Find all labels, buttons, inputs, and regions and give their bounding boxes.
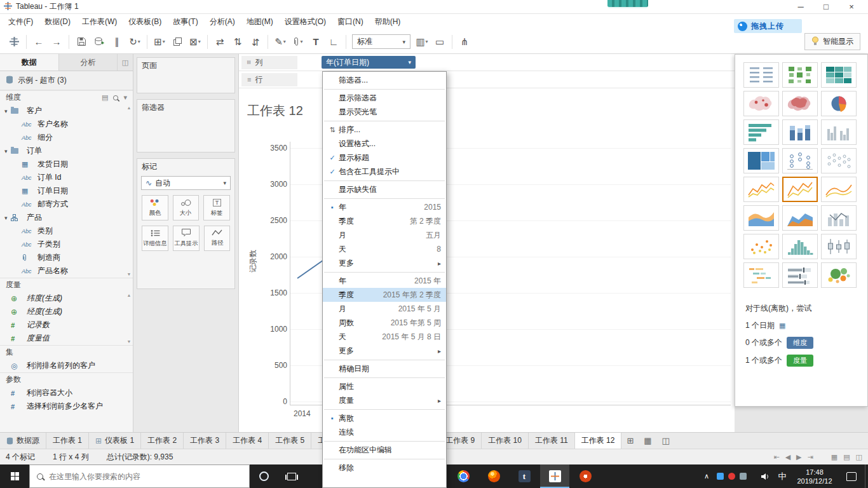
context-menu-item[interactable]: ✓显示标题 bbox=[323, 151, 446, 165]
dimension-field[interactable]: Abc客户名称 bbox=[0, 118, 133, 131]
showme-side-bar-thumb[interactable] bbox=[821, 119, 857, 145]
sheet-tab[interactable]: 工作表 2 bbox=[141, 433, 184, 449]
fit-mode-dropdown[interactable]: 标准 ▾ bbox=[352, 34, 410, 49]
dimension-field[interactable]: ▦发货日期 bbox=[0, 158, 133, 171]
tray-icon-blue[interactable] bbox=[717, 473, 724, 480]
menu-item[interactable]: 设置格式(O) bbox=[279, 14, 332, 30]
cortana-button[interactable] bbox=[250, 464, 278, 488]
marks-tooltip-button[interactable]: 工具提示 bbox=[173, 226, 200, 251]
show-hide-cards-button[interactable]: ▥▾ bbox=[414, 34, 430, 50]
columns-shelf[interactable]: ≡ 列 年(订单日期) ▾ bbox=[239, 54, 735, 71]
showme-box-plot-thumb[interactable] bbox=[821, 234, 857, 259]
showme-filled-map-thumb[interactable] bbox=[782, 91, 818, 116]
clear-sheet-button[interactable]: ⊠▾ bbox=[187, 34, 203, 50]
marks-color-button[interactable]: 颜色 bbox=[142, 195, 168, 220]
taskbar-app-chrome[interactable] bbox=[449, 464, 478, 488]
context-menu-item[interactable]: 设置格式... bbox=[323, 137, 446, 151]
tray-icon-gray[interactable] bbox=[740, 473, 747, 480]
group-members-button[interactable]: ▾ bbox=[290, 34, 306, 50]
sheet-tab[interactable]: 工作表 4 bbox=[226, 433, 269, 449]
show-list-icon[interactable]: ◫ bbox=[856, 453, 862, 461]
dimension-field[interactable]: ▾产品 bbox=[0, 211, 133, 224]
maximize-button[interactable]: □ bbox=[813, 0, 839, 14]
tray-icon-red[interactable] bbox=[728, 473, 735, 480]
context-menu-item[interactable]: 周数2015 年第 5 周 bbox=[323, 316, 446, 330]
close-button[interactable]: × bbox=[839, 0, 864, 14]
dimension-field[interactable]: ▦订单日期 bbox=[0, 184, 133, 198]
new-dashboard-tab-button[interactable]: ▦ bbox=[639, 433, 656, 449]
undo-button[interactable]: ← bbox=[31, 34, 47, 50]
context-menu-item[interactable]: 年2015 年 bbox=[323, 274, 446, 288]
menu-item[interactable]: 帮助(H) bbox=[369, 14, 407, 30]
year-order-date-pill[interactable]: 年(订单日期) ▾ bbox=[322, 56, 416, 69]
last-sheet-icon[interactable]: ⇥ bbox=[808, 453, 813, 461]
mark-type-dropdown[interactable]: ∿ 自动 ▾ bbox=[141, 176, 231, 190]
dimension-field[interactable]: Abc订单 Id bbox=[0, 171, 133, 184]
tab-analytics[interactable]: 分析 bbox=[59, 54, 118, 71]
filters-shelf[interactable]: 筛选器 bbox=[137, 99, 235, 152]
menu-item[interactable]: 窗口(N) bbox=[332, 14, 369, 30]
show-tabs-icon[interactable]: ▦ bbox=[831, 453, 837, 461]
measures-scrollbar[interactable]: ▲▼ bbox=[126, 293, 132, 344]
show-mark-labels-button[interactable]: T bbox=[308, 34, 324, 50]
show-filmstrip-icon[interactable]: ▤ bbox=[843, 453, 850, 461]
dimension-field[interactable]: Abc邮寄方式 bbox=[0, 198, 133, 211]
showme-circle-view-thumb[interactable] bbox=[782, 148, 818, 173]
sheet-tab[interactable]: 数据源 bbox=[0, 433, 46, 449]
swap-axes-button[interactable]: ⇄ bbox=[212, 34, 228, 50]
showme-histogram-thumb[interactable] bbox=[782, 234, 818, 259]
set-field[interactable]: ◎利润排名前列的客户 bbox=[0, 359, 133, 372]
showme-highlight-table-thumb[interactable] bbox=[821, 62, 857, 88]
showme-pie-thumb[interactable] bbox=[821, 91, 857, 116]
context-menu-item[interactable]: 筛选器... bbox=[323, 73, 446, 87]
find-field-icon[interactable] bbox=[113, 95, 118, 100]
new-worksheet-button[interactable]: ⊞▾ bbox=[151, 34, 168, 50]
showme-scatter-thumb[interactable] bbox=[743, 234, 779, 259]
tableau-logo-button[interactable] bbox=[6, 34, 22, 50]
sheet-tab[interactable]: 工作表 1 bbox=[46, 433, 89, 449]
sheet-tab[interactable]: 工作表 12 bbox=[575, 433, 622, 449]
context-menu-item[interactable]: ▪离散 bbox=[323, 411, 446, 425]
pages-shelf[interactable]: 页面 bbox=[137, 57, 235, 93]
sort-descending-button[interactable]: ⇅ bbox=[247, 34, 264, 50]
context-menu-item[interactable]: ▪年2015 bbox=[323, 200, 446, 214]
sort-ascending-button[interactable]: ⇅ bbox=[229, 34, 246, 50]
showme-symbol-map-thumb[interactable] bbox=[743, 91, 779, 116]
context-menu-item[interactable]: 天2015 年 5 月 8 日 bbox=[323, 330, 446, 344]
minimize-button[interactable]: ─ bbox=[788, 0, 813, 14]
context-menu-item[interactable]: 季度第 2 季度 bbox=[323, 214, 446, 228]
new-story-tab-button[interactable]: ◫ bbox=[657, 433, 675, 449]
refresh-button[interactable]: ↻▾ bbox=[126, 34, 143, 50]
showme-line-cont-thumb[interactable] bbox=[743, 177, 779, 202]
search-input[interactable] bbox=[49, 472, 242, 481]
showme-line-disc-thumb[interactable] bbox=[782, 177, 818, 202]
save-button[interactable] bbox=[73, 34, 90, 50]
context-menu-item[interactable]: 移除 bbox=[323, 461, 446, 475]
volume-icon[interactable] bbox=[757, 464, 774, 488]
taskbar-app-tumblr[interactable]: t bbox=[510, 464, 539, 488]
dimension-field[interactable]: ▾客户 bbox=[0, 104, 133, 118]
dimension-field[interactable]: Abc子类别 bbox=[0, 238, 133, 251]
showme-dual-line-thumb[interactable] bbox=[821, 177, 857, 202]
pause-updates-button[interactable]: ∥ bbox=[109, 34, 125, 50]
taskbar-app-firefox[interactable] bbox=[479, 464, 508, 488]
next-sheet-icon[interactable]: ▶ bbox=[796, 453, 801, 461]
menu-item[interactable]: 地图(M) bbox=[241, 14, 279, 30]
sheet-tab[interactable]: 工作表 5 bbox=[269, 433, 311, 449]
showme-side-circle-thumb[interactable] bbox=[821, 148, 857, 173]
showme-hbar-thumb[interactable] bbox=[743, 119, 779, 145]
parameter-field[interactable]: #利润容器大小 bbox=[0, 386, 133, 400]
marks-size-button[interactable]: 大小 bbox=[173, 195, 200, 220]
showme-text-table-thumb[interactable] bbox=[743, 62, 779, 88]
parameter-field[interactable]: #选择利润前多少名客户 bbox=[0, 400, 133, 413]
pane-float-icon[interactable]: ◫ bbox=[118, 54, 133, 71]
showme-stacked-bar-thumb[interactable] bbox=[782, 119, 818, 145]
context-menu-item[interactable]: 显示荧光笔 bbox=[323, 105, 446, 119]
action-center-button[interactable] bbox=[840, 464, 863, 488]
context-menu-item[interactable]: 属性 bbox=[323, 379, 446, 393]
context-menu-item[interactable]: 在功能区中编辑 bbox=[323, 443, 446, 457]
showme-gantt-thumb[interactable] bbox=[743, 262, 779, 288]
add-data-button[interactable] bbox=[91, 34, 107, 50]
context-menu-item[interactable]: 连续 bbox=[323, 425, 446, 439]
showme-area-disc-thumb[interactable] bbox=[782, 205, 818, 231]
